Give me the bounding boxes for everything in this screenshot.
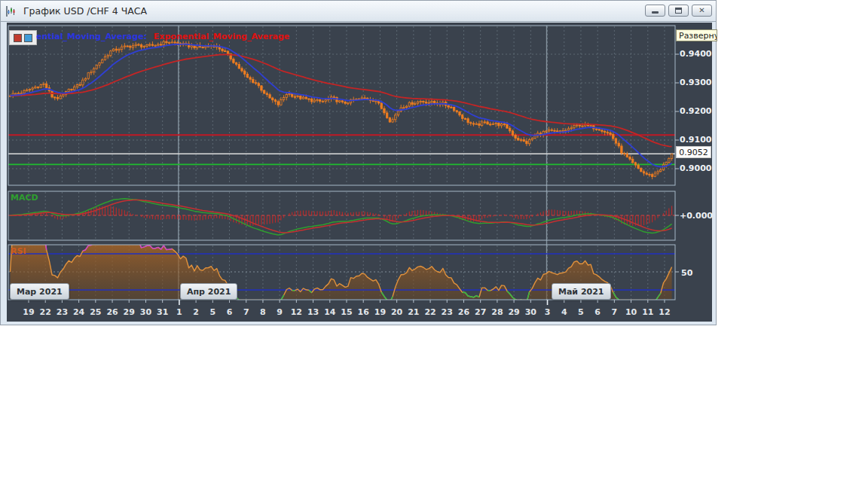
toggle-ma-red-button[interactable] [14, 34, 22, 42]
price-axis-label: 0.9000 [680, 163, 711, 173]
macd-zero-axis-label: +0.000 [680, 211, 713, 221]
indicator-legend: ential_Moving_Average: Exponential_Movin… [36, 32, 289, 41]
x-axis-day-label: 22 [421, 307, 439, 317]
x-axis-day-label: 31 [154, 307, 172, 317]
x-axis-day-label: 29 [505, 307, 523, 317]
price-axis-label: 0.9300 [680, 78, 711, 87]
x-axis-day-label: 15 [338, 307, 356, 317]
x-axis-day-label: 12 [287, 307, 305, 317]
x-axis-day-label: 5 [203, 307, 222, 317]
price-axis-label: 0.9200 [680, 106, 711, 116]
x-axis-day-label: 8 [254, 307, 272, 317]
chart-window: График USD /CHF 4 ЧАСА ✕ ential_Moving_A… [0, 0, 717, 325]
price-axis-label: 0.9400 [680, 49, 711, 59]
x-axis-day-label: 6 [588, 307, 607, 317]
x-axis-day-label: 5 [572, 307, 590, 317]
toggle-ma-blue-button[interactable] [24, 34, 32, 42]
desktop: График USD /CHF 4 ЧАСА ✕ ential_Moving_A… [0, 0, 868, 488]
rsi-label: RSI [11, 246, 26, 256]
x-axis-day-label: 25 [87, 307, 105, 317]
ema-slow-legend-label: Exponential_Moving_Average [154, 32, 289, 41]
x-axis-day-label: 3 [539, 307, 557, 317]
x-axis-day-label: 22 [36, 307, 54, 317]
x-axis-day-label: 11 [639, 307, 657, 317]
maximize-tooltip: Развернуть [676, 29, 717, 41]
x-axis-day-label: 1 [170, 307, 188, 317]
x-axis-day-label: 26 [103, 307, 121, 317]
x-axis-day-label: 4 [555, 307, 573, 317]
price-chart-canvas[interactable] [1, 1, 717, 326]
ema-fast-legend-label: ential_Moving_Average: [36, 32, 147, 41]
month-label-badge: Мар 2021 [10, 283, 69, 300]
x-axis-day-label: 19 [371, 307, 389, 317]
x-axis-day-label: 2 [187, 307, 205, 317]
x-axis-day-label: 6 [221, 307, 239, 317]
x-axis-day-label: 10 [622, 307, 640, 317]
x-axis-day-label: 16 [354, 307, 372, 317]
x-axis-day-label: 27 [472, 307, 490, 317]
x-axis-day-label: 23 [53, 307, 71, 317]
x-axis-day-label: 9 [270, 307, 289, 317]
month-label-badge: Май 2021 [552, 283, 611, 300]
series-toggle-chip [9, 30, 37, 45]
rsi-mid-axis-label: 50 [681, 268, 692, 278]
current-price-badge: 0.9052 [676, 146, 711, 158]
x-axis-day-label: 28 [488, 307, 506, 317]
x-axis-day-label: 29 [120, 307, 138, 317]
x-axis-day-label: 7 [237, 307, 255, 317]
x-axis-day-label: 30 [521, 307, 539, 317]
x-axis-day-label: 12 [656, 307, 674, 317]
x-axis-day-label: 24 [70, 307, 88, 317]
price-axis-label: 0.9100 [680, 135, 711, 145]
x-axis-day-label: 14 [321, 307, 339, 317]
x-axis-day-label: 7 [605, 307, 623, 317]
x-axis-day-label: 30 [136, 307, 154, 317]
x-axis-day-label: 13 [304, 307, 322, 317]
x-axis-day-label: 20 [388, 307, 406, 317]
month-label-badge: Апр 2021 [180, 283, 237, 300]
x-axis-day-label: 19 [20, 307, 38, 317]
x-axis-day-label: 23 [438, 307, 456, 317]
x-axis-day-label: 21 [405, 307, 423, 317]
x-axis-day-label: 26 [454, 307, 472, 317]
macd-label: MACD [11, 193, 38, 203]
